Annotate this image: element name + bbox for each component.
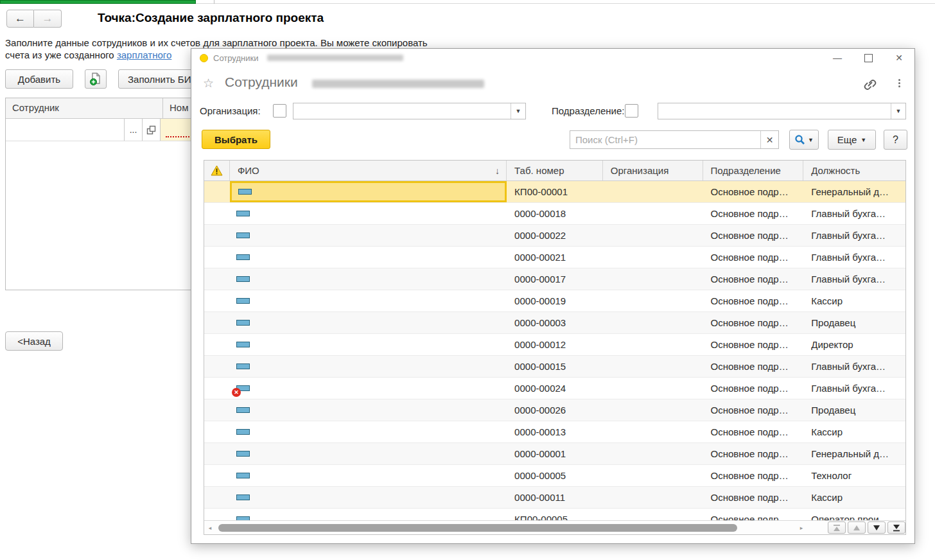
- row-position[interactable]: Кассир: [803, 290, 905, 311]
- row-organization[interactable]: [603, 509, 703, 521]
- organization-checkbox[interactable]: [273, 104, 286, 118]
- add-button[interactable]: Добавить: [5, 69, 73, 89]
- row-fio-cell[interactable]: [230, 203, 507, 224]
- accounts-table-row[interactable]: ...: [6, 119, 197, 141]
- row-department[interactable]: Основное подр…: [703, 247, 804, 268]
- row-department[interactable]: Основное подр…: [703, 487, 804, 508]
- row-fio-cell[interactable]: [230, 399, 507, 421]
- row-organization[interactable]: [603, 487, 703, 508]
- row-tab-number[interactable]: 0000-00022: [507, 225, 603, 246]
- row-department[interactable]: Основное подр…: [703, 268, 804, 290]
- row-department[interactable]: Основное подр…: [703, 356, 804, 377]
- scroll-down-button[interactable]: [868, 521, 886, 534]
- table-row[interactable]: КП00-00005Основное подрОператор прои: [204, 509, 905, 521]
- table-row[interactable]: 0000-00017Основное подр…Главный бухга…: [204, 268, 905, 290]
- row-fio-cell[interactable]: [230, 225, 507, 246]
- row-tab-number[interactable]: 0000-00018: [507, 203, 603, 224]
- row-department[interactable]: Основное подр…: [703, 225, 804, 246]
- row-position[interactable]: Кассир: [803, 421, 905, 442]
- row-position[interactable]: Главный бухга…: [803, 356, 905, 377]
- tab-number-column-header[interactable]: Таб. номер: [507, 161, 603, 180]
- fio-column-header[interactable]: ФИО ↓: [230, 161, 507, 180]
- row-organization[interactable]: [603, 225, 703, 246]
- row-organization[interactable]: [603, 290, 703, 311]
- row-tab-number[interactable]: 0000-00005: [507, 465, 603, 486]
- row-fio-cell[interactable]: [230, 487, 507, 508]
- row-tab-number[interactable]: 0000-00011: [507, 487, 603, 508]
- row-position[interactable]: Главный бухга…: [803, 247, 905, 268]
- help-button[interactable]: ?: [884, 130, 907, 150]
- row-department[interactable]: Основное подр…: [703, 465, 804, 486]
- scroll-up-button[interactable]: [848, 521, 866, 534]
- row-tab-number[interactable]: 0000-00021: [507, 247, 603, 268]
- row-organization[interactable]: [603, 443, 703, 464]
- row-department[interactable]: Основное подр: [703, 509, 804, 521]
- minimize-button[interactable]: —: [830, 50, 845, 66]
- row-fio-cell[interactable]: [230, 356, 507, 377]
- get-link-button[interactable]: [862, 77, 878, 95]
- row-fio-cell[interactable]: [230, 290, 507, 311]
- table-row[interactable]: 0000-00015Основное подр…Главный бухга…: [204, 356, 905, 378]
- department-checkbox[interactable]: [625, 104, 638, 118]
- row-tab-number[interactable]: 0000-00015: [507, 356, 603, 377]
- row-fio-cell[interactable]: [230, 247, 507, 268]
- table-row[interactable]: 0000-00019Основное подр…Кассир: [204, 290, 905, 312]
- organization-column-header[interactable]: Организация: [603, 161, 703, 180]
- more-menu-button[interactable]: [893, 76, 905, 90]
- search-input[interactable]: [570, 131, 760, 148]
- row-position[interactable]: Главный бухга…: [803, 378, 905, 399]
- row-fio-cell[interactable]: [230, 312, 507, 333]
- table-row[interactable]: 0000-00003Основное подр…Продавец: [204, 312, 905, 334]
- row-organization[interactable]: [603, 247, 703, 268]
- table-row[interactable]: 0000-00026Основное подр…Продавец: [204, 399, 905, 421]
- search-options-button[interactable]: ▼: [789, 130, 819, 150]
- organization-combo[interactable]: ▼: [293, 103, 526, 119]
- row-organization[interactable]: [603, 399, 703, 421]
- row-department[interactable]: Основное подр…: [703, 378, 804, 399]
- row-organization[interactable]: [603, 356, 703, 377]
- dialog-titlebar[interactable]: Сотрудники — ✕: [191, 49, 914, 67]
- row-fio-cell[interactable]: [230, 443, 507, 464]
- close-button[interactable]: ✕: [891, 50, 907, 66]
- chevron-down-icon[interactable]: ▼: [511, 103, 525, 119]
- chevron-down-icon[interactable]: ▼: [891, 103, 905, 119]
- row-position[interactable]: Генеральный д…: [803, 443, 905, 464]
- row-tab-number[interactable]: 0000-00024: [507, 378, 603, 399]
- back-nav-button[interactable]: ←: [6, 10, 34, 28]
- row-department[interactable]: Основное подр…: [703, 312, 804, 333]
- row-fio-cell[interactable]: ✕: [230, 378, 507, 399]
- table-row[interactable]: 0000-00001Основное подр…Генеральный д…: [204, 443, 905, 465]
- row-tab-number[interactable]: 0000-00003: [507, 312, 603, 333]
- row-position[interactable]: Оператор прои: [803, 509, 905, 521]
- row-position[interactable]: Кассир: [803, 487, 905, 508]
- row-tab-number[interactable]: 0000-00012: [507, 334, 603, 355]
- row-department[interactable]: Основное подр…: [703, 443, 804, 464]
- row-organization[interactable]: [603, 334, 703, 355]
- row-department[interactable]: Основное подр…: [703, 399, 804, 421]
- row-tab-number[interactable]: КП00-00001: [507, 181, 603, 202]
- table-row[interactable]: ✕0000-00024Основное подр…Главный бухга…: [204, 378, 905, 399]
- row-position[interactable]: Главный бухга…: [803, 203, 905, 224]
- scroll-to-top-button[interactable]: [828, 521, 846, 534]
- row-position[interactable]: Директор: [803, 334, 905, 355]
- table-row[interactable]: 0000-00005Основное подр…Технолог: [204, 465, 905, 487]
- table-row[interactable]: 0000-00021Основное подр…Главный бухга…: [204, 247, 905, 268]
- row-tab-number[interactable]: 0000-00017: [507, 268, 603, 290]
- row-tab-number[interactable]: 0000-00001: [507, 443, 603, 464]
- forward-nav-button[interactable]: →: [34, 10, 62, 28]
- employee-cell[interactable]: [6, 119, 124, 141]
- row-position[interactable]: Главный бухга…: [803, 225, 905, 246]
- row-position[interactable]: Технолог: [803, 465, 905, 486]
- row-fio-cell[interactable]: [230, 421, 507, 442]
- row-fio-cell[interactable]: [230, 181, 507, 202]
- row-fio-cell[interactable]: [230, 509, 507, 521]
- row-department[interactable]: Основное подр…: [703, 203, 804, 224]
- more-button[interactable]: Еще ▼: [828, 130, 876, 150]
- scroll-to-bottom-button[interactable]: [887, 521, 905, 534]
- row-tab-number[interactable]: КП00-00005: [507, 509, 603, 521]
- scrollbar-thumb[interactable]: [218, 524, 737, 532]
- create-document-button[interactable]: [85, 69, 107, 89]
- table-row[interactable]: 0000-00018Основное подр…Главный бухга…: [204, 203, 905, 225]
- row-fio-cell[interactable]: [230, 334, 507, 355]
- row-department[interactable]: Основное подр…: [703, 290, 804, 311]
